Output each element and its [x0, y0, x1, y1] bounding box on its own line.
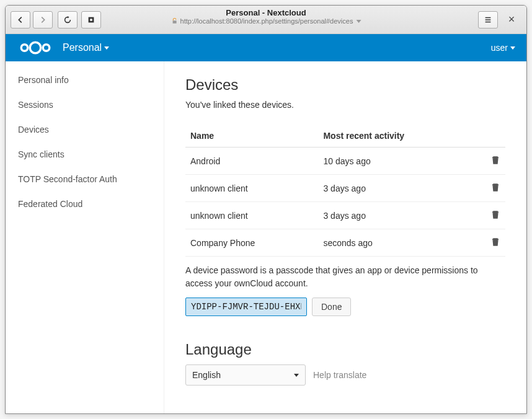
table-row: unknown client3 days ago [185, 202, 505, 229]
window-title: Personal - Nextcloud [171, 8, 361, 17]
trash-icon[interactable] [490, 237, 500, 247]
table-row: Android10 days ago [185, 148, 505, 175]
svg-rect-9 [494, 239, 497, 245]
help-translate-link[interactable]: Help translate [313, 370, 366, 380]
forward-button[interactable] [33, 11, 53, 29]
device-password-input[interactable] [185, 298, 307, 316]
trash-icon[interactable] [490, 210, 500, 219]
col-activity: Most recent activity [318, 125, 481, 148]
language-select[interactable]: English [185, 364, 306, 386]
device-name: Android [185, 148, 318, 175]
user-menu[interactable]: user [491, 43, 515, 53]
close-button[interactable]: × [502, 11, 521, 29]
svg-rect-7 [494, 185, 497, 191]
chevron-down-icon [356, 20, 361, 23]
device-name: Company Phone [185, 229, 318, 257]
main-content: Devices You've linked these devices. Nam… [164, 61, 526, 413]
home-button[interactable] [81, 11, 101, 29]
trash-icon[interactable] [490, 182, 500, 192]
sidebar-item-sessions[interactable]: Sessions [6, 92, 164, 117]
sidebar: Personal info Sessions Devices Sync clie… [6, 61, 164, 413]
device-name: unknown client [185, 175, 318, 202]
delete-device[interactable] [481, 175, 505, 202]
sidebar-item-federated-cloud[interactable]: Federated Cloud [6, 192, 164, 216]
delete-device[interactable] [481, 148, 505, 175]
svg-point-3 [30, 42, 41, 53]
device-password-description: A device password is a passcode that giv… [185, 264, 505, 290]
trash-icon[interactable] [490, 155, 500, 165]
chevron-down-icon [294, 374, 299, 377]
svg-rect-8 [494, 212, 497, 218]
sidebar-item-devices[interactable]: Devices [6, 117, 164, 142]
done-button[interactable]: Done [312, 298, 351, 316]
devices-subheading: You've linked these devices. [185, 100, 505, 110]
sidebar-item-totp[interactable]: TOTP Second-factor Auth [6, 167, 164, 192]
language-heading: Language [185, 341, 505, 358]
chevron-down-icon [510, 46, 515, 50]
app-header: Personal user [6, 34, 526, 61]
app-menu[interactable]: Personal [63, 42, 109, 53]
svg-rect-2 [173, 20, 177, 24]
url-bar[interactable]: http://localhost:8080/index.php/settings… [171, 17, 361, 25]
device-activity: 3 days ago [318, 175, 481, 202]
device-activity: 10 days ago [318, 148, 481, 175]
device-activity: seconds ago [318, 229, 481, 257]
sidebar-item-sync-clients[interactable]: Sync clients [6, 142, 164, 167]
svg-point-5 [43, 45, 50, 51]
devices-table: Name Most recent activity Android10 days… [185, 125, 505, 257]
menu-button[interactable] [478, 11, 498, 29]
browser-titlebar: Personal - Nextcloud http://localhost:80… [6, 6, 526, 34]
device-name: unknown client [185, 202, 318, 229]
reload-button[interactable] [58, 11, 78, 29]
svg-rect-6 [494, 157, 497, 164]
delete-device[interactable] [481, 229, 505, 257]
svg-rect-1 [90, 19, 92, 21]
delete-device[interactable] [481, 202, 505, 229]
device-activity: 3 days ago [318, 202, 481, 229]
chevron-down-icon [104, 46, 109, 50]
insecure-lock-icon [171, 17, 179, 25]
svg-point-4 [21, 45, 28, 51]
devices-heading: Devices [185, 76, 505, 94]
table-row: Company Phoneseconds ago [185, 229, 505, 257]
nextcloud-logo-icon[interactable] [17, 39, 54, 56]
table-row: unknown client3 days ago [185, 175, 505, 202]
col-name: Name [185, 125, 318, 148]
sidebar-item-personal-info[interactable]: Personal info [6, 68, 164, 92]
back-button[interactable] [11, 11, 30, 29]
